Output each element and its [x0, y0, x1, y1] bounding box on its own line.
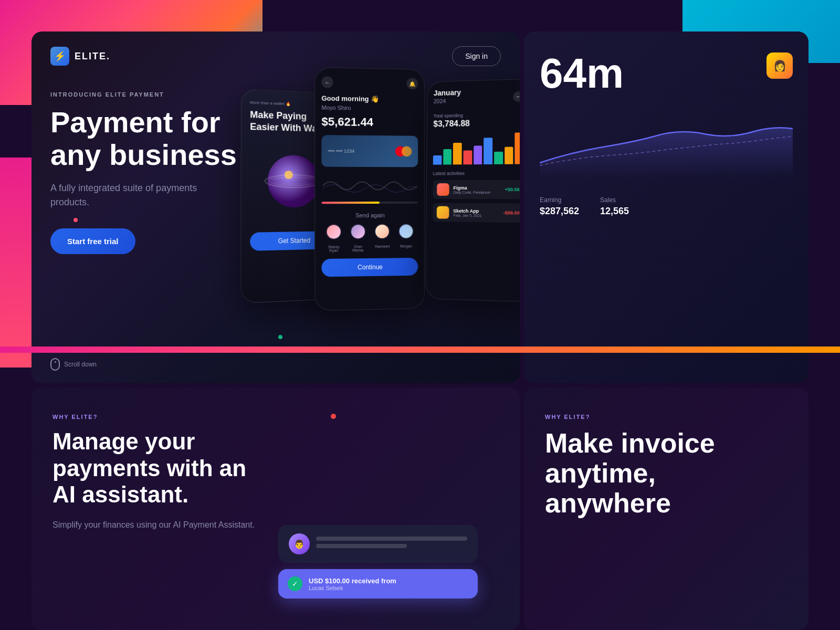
chat-avatar: 👨 [289, 533, 310, 554]
avatar-4 [398, 224, 414, 239]
bar-chart [433, 132, 520, 164]
user-avatar: 👩 [766, 52, 793, 79]
sales-value: 12,565 [600, 206, 629, 217]
hero-subtitle: A fully integrated suite of payments pro… [50, 181, 197, 209]
activity-figma: Figma Daily Code, Freelancer +$0.56 [433, 180, 520, 199]
bottom-title-right: Make invoice anytime, anywhere [545, 428, 788, 519]
sales-label: Sales [600, 196, 629, 204]
why-label: WHY ELITE? [52, 414, 499, 420]
back-icon[interactable]: ← [321, 76, 333, 88]
user-badge: 👩 [766, 52, 793, 79]
stats-number: 64m [540, 52, 624, 94]
progress-bar [321, 202, 418, 204]
hero-card: ⚡ ELITE. Sign in INTRODUCING ELITE PAYME… [32, 32, 520, 383]
arrow-icon[interactable]: ← [513, 91, 520, 102]
scroll-label: Scroll down [64, 361, 97, 368]
why-label-right: WHY ELITE? [545, 414, 788, 420]
avatar-row [321, 223, 418, 239]
sketch-icon [437, 206, 449, 219]
chat-line-2 [316, 544, 407, 548]
bell-icon[interactable]: 🔔 [406, 78, 418, 89]
bottom-right-card: WHY ELITE? Make invoice anytime, anywher… [524, 387, 808, 630]
avatar-names: Stacey Ryan Oran Ritchie Yasmeen Morgan [321, 244, 418, 253]
avatar-1 [326, 224, 341, 239]
payment-notification: ✓ USD $100.00 received from Lucas Selsek [278, 569, 478, 598]
earning-value: $287,562 [540, 206, 579, 217]
month-label: January [434, 88, 461, 97]
notification-from: Lucas Selsek [309, 585, 396, 591]
greeting: Good morning 👋 [321, 94, 418, 104]
bottom-title: Manage your payments with an AI assistan… [52, 428, 499, 508]
phone-right: January 2024 ← Total spending $3,784.88 [425, 79, 520, 302]
sales-stat: Sales 12,565 [600, 196, 629, 217]
decorative-dot-5 [331, 414, 336, 419]
chat-line-1 [316, 537, 467, 541]
mastercard-icon [395, 146, 412, 156]
figma-icon [437, 183, 449, 196]
total-spending-label: Total spending [433, 111, 520, 118]
total-amount: $3,784.88 [433, 118, 520, 129]
scroll-icon [50, 358, 60, 371]
send-again-label: Send again [321, 212, 418, 219]
balance: $5,621.44 [321, 115, 418, 130]
card-visual: •••• •••• 1234 [321, 135, 418, 167]
phone-mid: ← 🔔 Good morning 👋 Moyo Shiro $5,621.44 … [314, 67, 425, 311]
waveform [321, 175, 418, 196]
activity-sketch: Sketch App Paid, Jan 5, 2021 -$99.00 [433, 203, 520, 223]
brand-name: ELITE. [75, 51, 110, 62]
user-name: Moyo Shiro [321, 104, 418, 112]
logo-icon: ⚡ [50, 47, 69, 66]
activities-label: Latest activities [433, 171, 520, 176]
chat-bubble: 👨 [278, 525, 478, 563]
logo: ⚡ ELITE. [50, 47, 110, 66]
earning-label: Earning [540, 196, 579, 204]
continue-button[interactable]: Continue [321, 258, 418, 277]
start-trial-button[interactable]: Start free trial [50, 228, 135, 254]
notification-amount: USD $100.00 received from [309, 577, 396, 585]
avatar-3 [374, 224, 390, 239]
payment-widget: 👨 ✓ USD $100.00 received from Lucas Sels… [278, 525, 478, 598]
bottom-left-card: WHY ELITE? Manage your payments with an … [32, 387, 520, 630]
year-label: 2024 [434, 98, 461, 104]
stats-card: 64m 👩 Earning $287,562 Sales [524, 32, 808, 383]
avatar-2 [350, 224, 366, 239]
line-chart [540, 116, 793, 178]
earning-stat: Earning $287,562 [540, 196, 579, 217]
scroll-down: Scroll down [50, 358, 97, 371]
check-icon: ✓ [288, 576, 302, 591]
stats-row: Earning $287,562 Sales 12,565 [540, 196, 793, 217]
